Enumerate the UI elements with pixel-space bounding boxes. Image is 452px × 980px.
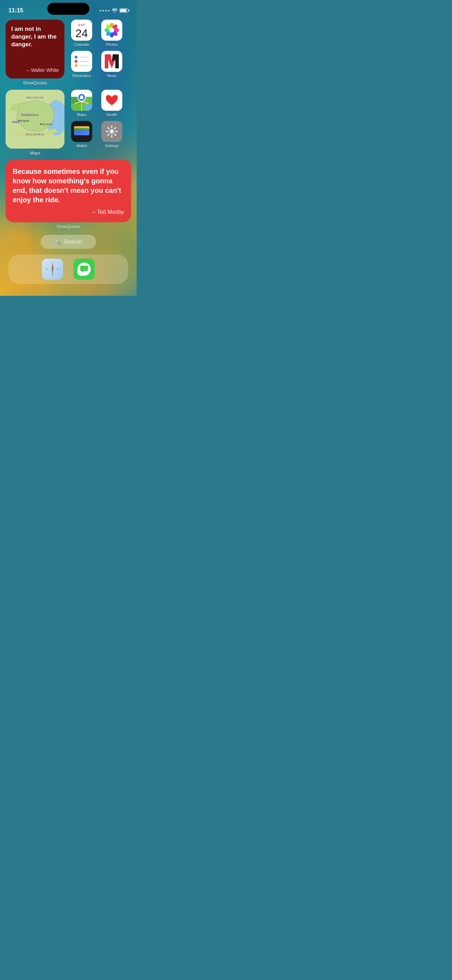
settings-app[interactable]: Settings xyxy=(99,121,125,148)
maps-widget: MOLDOVA ROMANIA BULGARIA ERBIA Belgrade … xyxy=(6,90,64,149)
settings-gear-svg xyxy=(105,125,118,138)
maps-app[interactable]: Maps xyxy=(69,90,95,117)
photos-icon xyxy=(101,20,122,41)
messages-bubble xyxy=(78,262,91,276)
maps-icon-svg xyxy=(71,90,92,111)
reminders-label: Reminders xyxy=(72,73,91,78)
right-col-bottom: Maps Health xyxy=(69,90,125,148)
svg-point-22 xyxy=(40,123,41,125)
home-screen: I am not in danger, I am the danger. – W… xyxy=(0,17,137,296)
svg-text:W: W xyxy=(46,268,48,270)
right-col-top: SAT 24 Calendar xyxy=(69,20,125,78)
maps-app-label: Maps xyxy=(77,113,86,117)
maps-app-icon xyxy=(71,90,92,111)
svg-text:BULGARIA: BULGARIA xyxy=(26,133,45,136)
photos-label: Photos xyxy=(106,42,118,47)
calendar-app[interactable]: SAT 24 Calendar xyxy=(69,20,95,47)
row2: MOLDOVA ROMANIA BULGARIA ERBIA Belgrade … xyxy=(6,90,131,156)
photos-flower-svg xyxy=(104,22,119,38)
calendar-day: SAT xyxy=(78,23,85,27)
photos-app[interactable]: Photos xyxy=(99,20,125,47)
row1: I am not in danger, I am the danger. – W… xyxy=(6,20,131,86)
quote-red-author: – Ted Mosby xyxy=(13,209,124,215)
svg-text:ERBIA: ERBIA xyxy=(12,121,20,123)
search-container: 🔍 Search xyxy=(6,234,131,250)
safari-icon: N S E W xyxy=(42,259,63,280)
news-app[interactable]: News xyxy=(99,51,125,78)
svg-point-33 xyxy=(110,130,113,133)
calendar-date: 24 xyxy=(75,28,88,39)
signal-icon xyxy=(100,10,110,11)
search-button[interactable]: 🔍 Search xyxy=(41,235,96,249)
apps-row-4: Wallet xyxy=(69,121,125,148)
messages-icon xyxy=(73,259,95,280)
status-time: 11:15 xyxy=(8,7,23,14)
svg-point-20 xyxy=(18,120,20,121)
svg-text:Belgrade: Belgrade xyxy=(20,119,29,123)
search-magnifier-icon: 🔍 xyxy=(55,239,60,245)
news-label: News xyxy=(107,73,117,78)
calendar-icon: SAT 24 xyxy=(71,20,92,41)
showquotes-dark-widget[interactable]: I am not in danger, I am the danger. – W… xyxy=(6,20,64,86)
calendar-label: Calendar xyxy=(74,42,90,47)
svg-rect-36 xyxy=(115,131,118,132)
dock: N S E W xyxy=(8,255,128,284)
apps-row-2: Reminders News xyxy=(69,51,125,78)
health-label: Health xyxy=(106,113,118,117)
reminders-icon xyxy=(71,51,92,72)
status-icons xyxy=(100,8,128,13)
wallet-icon xyxy=(71,121,92,142)
svg-text:ROMANIA: ROMANIA xyxy=(21,113,39,117)
svg-text:E: E xyxy=(57,268,59,270)
showquotes-red-widget[interactable]: Because sometimes even if you know how s… xyxy=(6,160,131,229)
messages-app[interactable] xyxy=(73,259,95,280)
quote-dark-text: I am not in danger, I am the danger. xyxy=(11,25,59,48)
showquotes-dark-label: ShowQuotes xyxy=(6,81,64,86)
settings-icon xyxy=(101,121,122,142)
showquotes-red-label: ShowQuotes xyxy=(6,224,131,229)
health-heart-svg xyxy=(105,94,118,107)
svg-point-54 xyxy=(52,269,53,270)
quote-dark-author: – Walter White xyxy=(11,67,59,73)
settings-label: Settings xyxy=(105,144,119,148)
svg-rect-40 xyxy=(106,131,108,132)
map-svg: MOLDOVA ROMANIA BULGARIA ERBIA Belgrade … xyxy=(6,90,64,149)
svg-text:MOLDOVA: MOLDOVA xyxy=(27,96,44,99)
status-bar: 11:15 xyxy=(0,0,137,17)
messages-bubble-svg xyxy=(80,265,89,273)
health-icon xyxy=(101,90,122,111)
wallet-cards xyxy=(74,126,89,137)
news-n-svg xyxy=(103,52,121,70)
maps-widget-wrapper[interactable]: MOLDOVA ROMANIA BULGARIA ERBIA Belgrade … xyxy=(6,90,64,156)
safari-app[interactable]: N S E W xyxy=(42,259,63,280)
svg-point-8 xyxy=(109,28,114,33)
svg-text:Bucharest: Bucharest xyxy=(42,123,52,126)
news-icon xyxy=(101,51,122,72)
svg-rect-34 xyxy=(111,126,113,128)
battery-icon xyxy=(119,8,128,13)
wallet-app[interactable]: Wallet xyxy=(69,121,95,148)
health-app[interactable]: Health xyxy=(99,90,125,117)
wallet-label: Wallet xyxy=(76,144,87,148)
reminders-app[interactable]: Reminders xyxy=(69,51,95,78)
search-label: Search xyxy=(64,238,82,245)
maps-widget-label: Maps xyxy=(6,151,64,156)
apps-row-top: SAT 24 Calendar xyxy=(69,20,125,47)
apps-row-3: Maps Health xyxy=(69,90,125,117)
quote-red-text: Because sometimes even if you know how s… xyxy=(13,167,124,205)
svg-rect-38 xyxy=(111,135,113,137)
wifi-icon xyxy=(112,8,118,13)
dynamic-island xyxy=(47,3,89,15)
